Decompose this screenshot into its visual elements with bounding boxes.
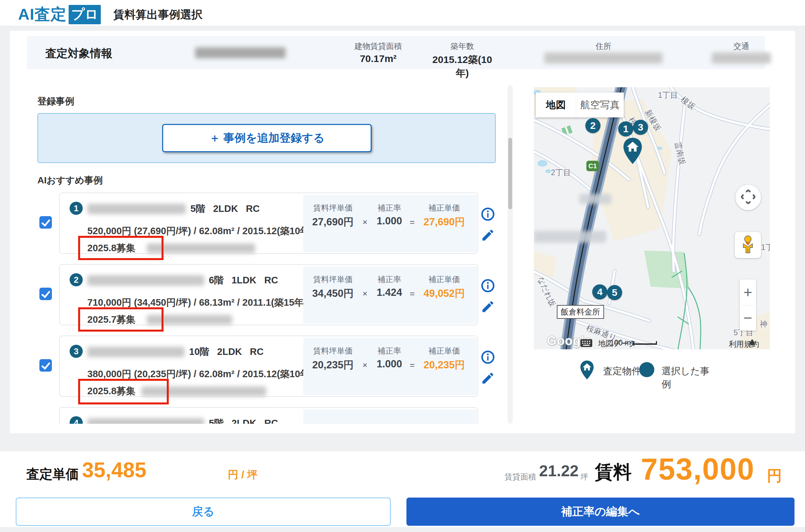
ai-recommended-heading: AIおすすめ事例 [37,174,103,187]
back-button[interactable]: 戻る [16,497,391,526]
case-list-panel: 登録事例 ＋ 事例を追加登録する AIおすすめ事例 1 5階 2LDK RC 5… [27,85,508,424]
case-1-title: 5階 2LDK RC [87,202,260,215]
field-label-address: 住所 [584,41,623,52]
field-label-age: 築年数 [439,41,485,52]
field-value-age: 2015.12築(10年) [426,53,498,80]
map-label-chome1: 1丁目 [658,91,678,99]
rent-unit: 円 [767,466,782,486]
pegman-icon [739,235,756,255]
map-legend: 査定物件 選択した事例 [580,360,711,382]
logo-text: AI査定 [18,4,67,25]
case-1-adjusted: 27,690円 [420,215,469,229]
map-label-kami: 神 [760,320,768,328]
app-logo: AI査定 プロ [18,4,101,25]
case-1-edit-button[interactable] [481,228,495,242]
assessed-unit-price-unit: 円 / 坪 [228,468,258,482]
assessed-unit-price-label: 査定単価 [26,465,79,483]
zoom-in-button[interactable]: + [740,280,756,305]
case-1-info-button[interactable] [481,207,495,222]
map-zoom-controls: + − [740,280,756,330]
main-content: 査定対象情報 建物賃貸面積 70.17m² 築年数 2015.12築(10年) … [10,31,795,433]
legend-subject-label: 査定物件 [603,365,641,378]
case-3-edit-button[interactable] [481,371,495,385]
map-marker-2[interactable]: 2 [585,118,601,133]
case-2-checkbox[interactable] [39,288,52,300]
map-expand-button[interactable] [735,185,761,210]
info-icon [481,360,495,365]
case-3-unit-price: 20,235円 [306,358,360,372]
case-1-checkbox[interactable] [39,216,52,229]
highway-shield-c1: C1 [586,161,599,171]
rental-area-label: 賃貸面積 [505,472,536,482]
case-row-1: 1 5階 2LDK RC 520,000円 (27,690円/坪) / 62.0… [27,192,508,254]
case-2-name-redacted [87,275,204,286]
field-value-transport-redacted [712,53,771,64]
field-value-address-redacted [544,53,662,64]
case-3-number-badge: 3 [70,345,83,358]
case-2-info-button[interactable] [481,279,495,293]
map-water [537,160,547,167]
map-scale-bar [633,341,657,345]
map-redacted-area [534,231,606,243]
annotation-box [78,236,164,260]
case-2-card: 2 6階 1LDK RC 710,000円 (34,450円/坪) / 68.1… [59,264,478,325]
map-label-chome1-right: 1丁目 [761,243,770,251]
logo-badge: プロ [69,5,101,24]
rent-value: 753,000 [641,452,755,487]
map-marker-3[interactable]: 3 [633,120,648,135]
case-1-name-redacted [87,204,186,214]
case-3-checkbox[interactable] [39,359,52,372]
map-marker-4[interactable]: 4 [592,284,607,300]
app-header: AI査定 プロ 賃料算出事例選択 [0,0,805,25]
case-2-rate: 1.424 [373,287,406,299]
map-type-map-button[interactable]: 地図 [536,93,576,117]
pencil-icon [481,239,495,243]
case-3-rate: 1.000 [373,358,406,370]
case-2-title: 6階 1LDK RC [87,274,278,287]
case-1-unit-price: 27,690円 [306,215,360,229]
map-type-satellite-button[interactable]: 航空写真 [576,93,624,117]
subject-summary-bar: 査定対象情報 建物賃貸面積 70.17m² 築年数 2015.12築(10年) … [27,36,765,69]
legend-selected-dot [639,362,654,377]
case-2-calc-panel: 賃料坪単価 34,450円 × 補正率 1.424 = 補正単価 49,052円 [303,266,477,324]
summary-title: 査定対象情報 [45,46,112,61]
case-4-name-redacted [87,418,204,424]
expand-arrows-icon [741,190,755,205]
case-1-calc-panel: 賃料坪単価 27,690円 × 補正率 1.000 = 補正単価 27,690円 [303,195,477,252]
pegman-button[interactable] [735,232,761,258]
pencil-icon [481,381,495,386]
map-marker-1[interactable]: 1 [618,121,633,136]
page-title: 賃料算出事例選択 [113,7,203,22]
map-scale-label: 100 m [610,339,628,347]
case-3-calc-panel: 賃料坪単価 20,235円 × 補正率 1.000 = 補正単価 20,235円 [303,338,477,395]
list-scrollbar-thumb[interactable] [508,138,512,209]
case-2-edit-button[interactable] [481,300,495,314]
svg-text:C1: C1 [588,163,597,170]
case-1-card: 1 5階 2LDK RC 520,000円 (27,690円/坪) / 62.0… [59,192,478,254]
case-3-card: 3 10階 2LDK RC 380,000円 (20,235円/坪) / 62.… [59,336,478,397]
case-3-title: 10階 2LDK RC [87,345,263,359]
field-value-area: 70.17m² [352,53,404,64]
case-2-unit-price: 34,450円 [306,287,360,301]
info-icon [481,217,495,222]
map-canvas[interactable]: C1 1丁目 榎坂 新榎坂 桜坂 霊南坂 2丁目 なだれ坂 桜麻通り 5丁目 1… [534,87,770,349]
report-issue-icon[interactable] [748,339,756,348]
list-scrollbar-track[interactable] [508,85,513,424]
case-row-2: 2 6階 1LDK RC 710,000円 (34,450円/坪) / 68.1… [27,264,508,325]
case-3-adjusted: 20,235円 [420,358,469,372]
add-case-button[interactable]: ＋ 事例を追加登録する [162,124,372,152]
registered-cases-heading: 登録事例 [37,95,74,108]
case-row-3: 3 10階 2LDK RC 380,000円 (20,235円/坪) / 62.… [27,336,508,397]
map-water [545,169,551,173]
case-4-number-badge: 4 [70,416,83,424]
edit-correction-rate-button[interactable]: 補正率の編集へ [406,497,794,526]
case-2-adjusted: 49,052円 [420,287,469,301]
map-marker-5[interactable]: 5 [607,285,622,300]
case-2-number-badge: 2 [70,273,83,286]
zoom-out-button[interactable]: − [740,305,756,331]
case-3-name-redacted [87,347,184,357]
case-3-info-button[interactable] [481,350,495,364]
subject-home-pin [622,137,643,166]
assessed-unit-price-value: 35,485 [82,458,146,482]
legend-selected-label: 選択した事例 [661,365,711,391]
